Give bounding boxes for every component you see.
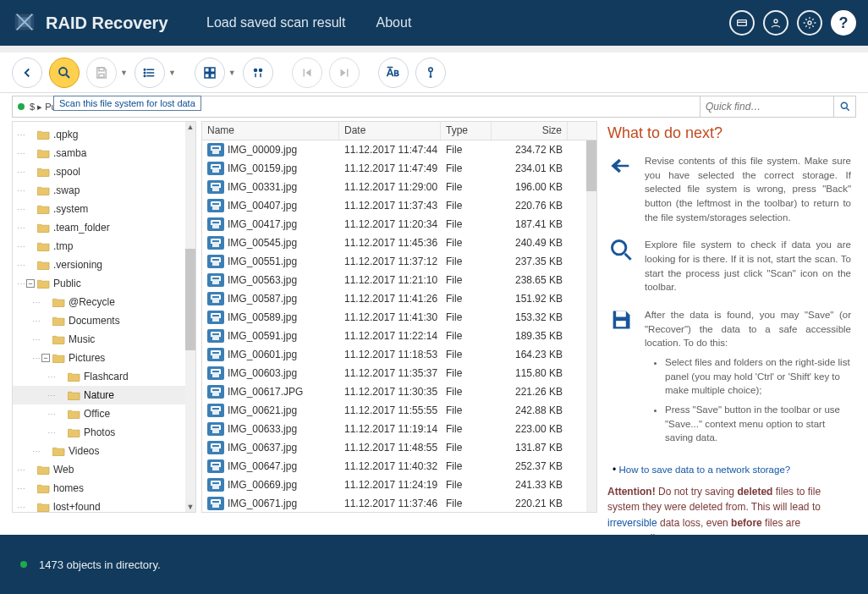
help-link[interactable]: How to save data to a network storage? bbox=[619, 465, 791, 475]
image-file-icon bbox=[207, 180, 224, 194]
tree-item[interactable]: ⋯Documents bbox=[13, 311, 195, 330]
file-row[interactable]: IMG_00009.jpg11.12.2017 11:47:44File234.… bbox=[202, 140, 596, 159]
tree-scroll-down-icon[interactable]: ▼ bbox=[185, 502, 195, 512]
file-size: 240.49 KB bbox=[492, 237, 568, 249]
grid-view-button[interactable] bbox=[195, 58, 225, 88]
tree-scroll-thumb[interactable] bbox=[185, 249, 195, 350]
file-row[interactable]: IMG_00563.jpg11.12.2017 11:21:10File238.… bbox=[202, 271, 596, 289]
tree-item[interactable]: ⋯homes bbox=[13, 479, 195, 498]
tree-scrollbar[interactable]: ▲ ▼ bbox=[185, 122, 195, 512]
next-button[interactable] bbox=[329, 58, 360, 88]
tree-item[interactable]: ⋯.qpkg bbox=[13, 125, 195, 144]
header-icon-user[interactable] bbox=[763, 10, 788, 36]
file-row[interactable]: IMG_00587.jpg11.12.2017 11:41:26File151.… bbox=[202, 289, 596, 308]
file-row[interactable]: IMG_00647.jpg11.12.2017 11:40:32File252.… bbox=[202, 457, 596, 476]
file-name: IMG_00617.JPG bbox=[228, 386, 339, 398]
file-size: 237.35 KB bbox=[492, 256, 568, 267]
tree-item[interactable]: ⋯Videos bbox=[13, 442, 195, 460]
file-row[interactable]: IMG_00621.jpg11.12.2017 11:55:55File242.… bbox=[202, 401, 596, 420]
back-button[interactable] bbox=[12, 58, 42, 88]
filelist-scroll-thumb[interactable] bbox=[586, 140, 596, 191]
file-row[interactable]: IMG_00591.jpg11.12.2017 11:22:14File189.… bbox=[202, 327, 596, 345]
file-name: IMG_00669.jpg bbox=[228, 479, 339, 491]
tree-item[interactable]: ⋯.tmp bbox=[13, 237, 195, 256]
file-row[interactable]: IMG_00545.jpg11.12.2017 11:45:36File240.… bbox=[202, 234, 596, 252]
file-row[interactable]: IMG_00331.jpg11.12.2017 11:29:00File196.… bbox=[202, 178, 596, 196]
tree-scroll-up-icon[interactable]: ▲ bbox=[185, 122, 195, 132]
quick-find-button[interactable] bbox=[833, 96, 855, 117]
save-button[interactable] bbox=[86, 58, 117, 88]
file-row[interactable]: IMG_00589.jpg11.12.2017 11:41:30File153.… bbox=[202, 308, 596, 327]
folder-tree: ⋯.qpkg⋯.samba⋯.spool⋯.swap⋯.system⋯.team… bbox=[12, 121, 196, 513]
svg-line-34 bbox=[846, 108, 849, 111]
image-file-icon bbox=[207, 199, 224, 212]
save-dropdown-icon[interactable]: ▼ bbox=[120, 69, 128, 77]
tree-item[interactable]: ⋯.system bbox=[13, 200, 195, 218]
prev-button[interactable] bbox=[292, 58, 322, 88]
tree-item[interactable]: ⋯.versioning bbox=[13, 256, 195, 274]
header-icon-settings[interactable] bbox=[797, 10, 822, 36]
app-header: RAID Recovery Load saved scan result Abo… bbox=[0, 0, 868, 46]
tree-item[interactable]: ⋯lost+found bbox=[13, 498, 195, 513]
file-row[interactable]: IMG_00601.jpg11.12.2017 11:18:53File164.… bbox=[202, 345, 596, 364]
tree-item[interactable]: ⋯.swap bbox=[13, 181, 195, 200]
encoding-button[interactable]: A̅ʙ bbox=[378, 58, 409, 88]
file-row[interactable]: IMG_00669.jpg11.12.2017 11:24:19File241.… bbox=[202, 476, 596, 494]
file-row[interactable]: IMG_00671.jpg11.12.2017 11:37:46File220.… bbox=[202, 494, 596, 512]
image-file-icon bbox=[207, 348, 224, 361]
file-row[interactable]: IMG_00551.jpg11.12.2017 11:37:12File237.… bbox=[202, 252, 596, 271]
file-row[interactable]: IMG_00617.JPG11.12.2017 11:30:35File221.… bbox=[202, 382, 596, 401]
filelist-scrollbar[interactable] bbox=[586, 140, 596, 512]
status-bar: 1473 objects in directory. bbox=[0, 535, 868, 594]
image-file-icon bbox=[207, 404, 224, 417]
file-name: IMG_00671.jpg bbox=[228, 498, 339, 509]
svg-line-9 bbox=[66, 74, 69, 78]
tree-item[interactable]: ⋯.samba bbox=[13, 144, 195, 162]
file-size: 189.35 KB bbox=[492, 330, 568, 342]
file-row[interactable]: IMG_00633.jpg11.12.2017 11:19:14File223.… bbox=[202, 420, 596, 438]
status-text: 1473 objects in directory. bbox=[39, 558, 161, 571]
tree-item[interactable]: ⋯−Pictures bbox=[13, 349, 195, 367]
file-type: File bbox=[441, 330, 492, 342]
col-header-type[interactable]: Type bbox=[441, 122, 492, 140]
tree-item[interactable]: ⋯@Recycle bbox=[13, 293, 195, 311]
quick-find-input[interactable] bbox=[706, 101, 828, 113]
filter-button[interactable] bbox=[415, 58, 446, 88]
tree-item[interactable]: ⋯Flashcard bbox=[13, 367, 195, 386]
tree-item[interactable]: ⋯.spool bbox=[13, 162, 195, 181]
help-bullet-2: Press "Save" button in the toolbar or us… bbox=[665, 403, 851, 445]
tree-item[interactable]: ⋯Music bbox=[13, 330, 195, 349]
tree-item[interactable]: ⋯Web bbox=[13, 460, 195, 479]
tree-item[interactable]: ⋯.team_folder bbox=[13, 218, 195, 237]
tree-item[interactable]: ⋯Office bbox=[13, 404, 195, 423]
col-header-size[interactable]: Size bbox=[492, 122, 568, 140]
tree-item-label: .swap bbox=[53, 184, 80, 196]
svg-rect-37 bbox=[616, 311, 626, 317]
tree-item[interactable]: ⋯Nature bbox=[13, 386, 195, 404]
file-date: 11.12.2017 11:55:55 bbox=[339, 404, 441, 416]
image-file-icon bbox=[207, 217, 224, 231]
list-mode-button[interactable] bbox=[135, 58, 165, 88]
menu-about[interactable]: About bbox=[376, 15, 412, 30]
file-type: File bbox=[441, 162, 492, 174]
file-date: 11.12.2017 11:21:10 bbox=[339, 274, 441, 286]
file-row[interactable]: IMG_00637.jpg11.12.2017 11:48:55File131.… bbox=[202, 438, 596, 457]
scan-button[interactable] bbox=[49, 58, 80, 88]
tree-item[interactable]: ⋯−Public bbox=[13, 274, 195, 293]
file-row[interactable]: IMG_00407.jpg11.12.2017 11:37:43File220.… bbox=[202, 196, 596, 215]
grid-view-dropdown-icon[interactable]: ▼ bbox=[228, 69, 236, 77]
list-mode-dropdown-icon[interactable]: ▼ bbox=[168, 69, 176, 77]
find-button[interactable] bbox=[243, 58, 273, 88]
image-file-icon bbox=[207, 273, 224, 287]
file-row[interactable]: IMG_00603.jpg11.12.2017 11:35:37File115.… bbox=[202, 364, 596, 382]
help-bullet-1: Select files and folders on the right-si… bbox=[665, 355, 851, 398]
file-row[interactable]: IMG_00159.jpg11.12.2017 11:47:49File234.… bbox=[202, 159, 596, 178]
col-header-date[interactable]: Date bbox=[339, 122, 441, 140]
menu-load-result[interactable]: Load saved scan result bbox=[206, 15, 346, 30]
file-row[interactable]: IMG_00417.jpg11.12.2017 11:20:34File187.… bbox=[202, 215, 596, 234]
header-icon-license[interactable] bbox=[729, 10, 755, 36]
tree-item[interactable]: ⋯Photos bbox=[13, 423, 195, 442]
file-type: File bbox=[441, 274, 492, 286]
col-header-name[interactable]: Name bbox=[202, 122, 339, 140]
header-icon-help[interactable]: ? bbox=[831, 10, 856, 36]
